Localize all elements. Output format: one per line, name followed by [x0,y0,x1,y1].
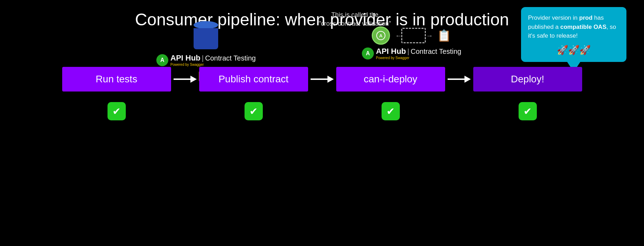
checkmark-3: ✔ [382,102,400,120]
cylinder-body [194,28,218,49]
step-deploy-label: Deploy! [511,74,544,85]
check-cell-4: ✔ [473,102,582,120]
step-publish-contract: Publish contract [199,67,308,92]
apihub-icon-1: A [156,54,168,66]
bubble-rockets: 🚀🚀🚀 [528,43,619,57]
arrow-3 [445,74,473,84]
dashed-connection: ← → [395,28,432,43]
step-publish-contract-label: Publish contract [219,74,288,85]
step-run-tests: Run tests [62,67,171,92]
validation-icons-row: A ← → 📋 [372,26,451,45]
apihub-name-1: API Hub [170,53,201,63]
check-icon-2: ✔ [249,106,258,117]
apihub-subtitle-2: Contract Testing [411,48,461,56]
speech-bubble: Provider version in prod has published a… [521,7,626,62]
check-icon-4: ✔ [523,106,532,117]
bubble-bold-oas: compatible OAS [560,24,606,30]
apihub-title-row-2: API Hub | Contract Testing [376,47,461,56]
checkmark-1: ✔ [108,102,126,120]
step-run-tests-label: Run tests [96,74,137,85]
checkmarks-row: ✔ ✔ ✔ ✔ [0,102,644,120]
svg-marker-3 [190,76,197,83]
checkmark-2: ✔ [245,102,263,120]
pipeline-row: Run tests Publish contract can-i-deploy … [0,67,644,92]
svg-text:A: A [379,33,383,38]
check-icon-3: ✔ [386,106,395,117]
apihub-subtitle-1: Contract Testing [205,54,256,62]
apihub-title-row-1: API Hub | Contract Testing [170,53,256,63]
step-deploy: Deploy! [473,67,582,92]
apihub-name-2: API Hub [376,47,406,56]
cross-contract-line1: This is called the [331,11,378,18]
apihub-text-1: API Hub | Contract Testing Powered by Sw… [170,53,256,67]
cross-contract-note: This is called the "cross contract valid… [299,11,411,28]
bubble-text-1: Provider version in [528,14,579,21]
check-cell-3: ✔ [336,102,445,120]
checkmark-4: ✔ [519,102,537,120]
step-can-i-deploy: can-i-deploy [336,67,445,92]
bubble-bold-prod: prod [579,14,593,21]
check-cell-1: ✔ [62,102,171,120]
apihub-pipe-2: | [408,48,409,56]
apihub-text-2: API Hub | Contract Testing Powered by Sw… [376,47,461,60]
step-can-i-deploy-label: can-i-deploy [364,74,417,85]
left-arrow-icon: ← [395,32,401,40]
svg-marker-5 [327,76,334,83]
arrow-1 [171,74,199,84]
apihub-pipe-1: | [202,54,204,62]
database-cylinder [194,21,218,49]
apihub-powered-1: Powered by Swagger [170,63,256,67]
dashed-box [401,28,426,43]
right-arrow-icon: → [426,32,432,40]
apihub-logo-2: A API Hub | Contract Testing Powered by … [362,47,461,60]
check-cell-2: ✔ [199,102,308,120]
apihub-logo-1: A API Hub | Contract Testing Powered by … [156,53,256,67]
check-icon-1: ✔ [112,106,121,117]
pact-icon: A [372,26,390,45]
contract-doc-icon: 📋 [437,29,451,42]
validation-area: A ← → 📋 A API Hub | Contract Testing Pow… [362,26,461,60]
arrow-2 [308,74,336,84]
cylinder-top [194,21,218,29]
svg-marker-7 [464,76,471,83]
apihub-icon-2: A [362,48,374,59]
apihub-powered-2: Powered by Swagger [376,56,461,60]
